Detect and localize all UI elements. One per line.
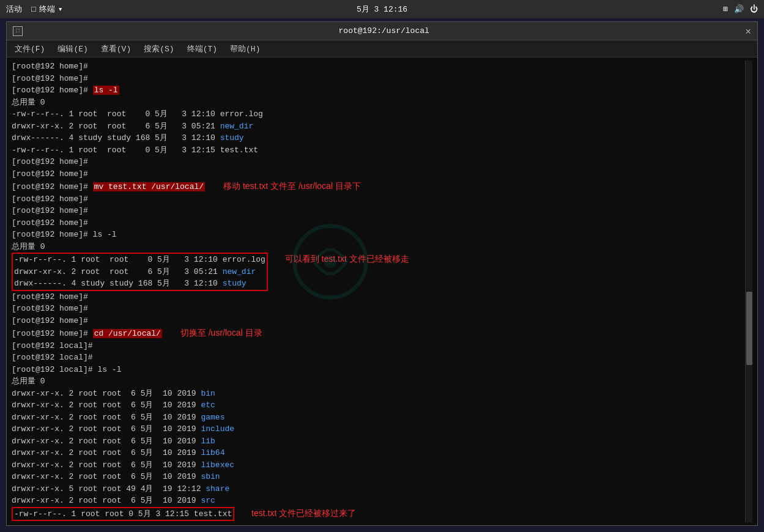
line-5: -rw-r--r--. 1 root root 0 5月 3 12:10 err… (12, 108, 745, 120)
terminal-content[interactable]: [root@192 home]# [root@192 home]# [root@… (7, 57, 757, 525)
line-include: drwxr-xr-x. 2 root root 6 5月 10 2019 inc… (12, 423, 745, 435)
terminal-taskbar-icon: □ (31, 5, 36, 14)
terminal-titlebar: □ root@192:/usr/local ✕ (7, 22, 757, 40)
annotation-mv: 移动 test.txt 文件至 /usr/local 目录下 (223, 181, 361, 191)
line-9: [root@192 home]# (12, 156, 745, 168)
line-3-ls: [root@192 home]# ls -l (12, 84, 745, 97)
menu-search[interactable]: 搜索(S) (139, 42, 179, 56)
terminal-taskbar-label: 终端 (39, 4, 55, 15)
menu-terminal[interactable]: 终端(T) (182, 42, 222, 56)
line-games: drwxr-xr-x. 2 root root 6 5月 10 2019 gam… (12, 412, 745, 424)
terminal-window: □ root@192:/usr/local ✕ 文件(F) 编辑(E) 查看(V… (6, 21, 758, 526)
testtxt-box: -rw-r--r--. 1 root root 0 5月 3 12:15 tes… (12, 507, 234, 522)
line-lib64: drwxr-xr-x. 2 root root 6 5月 10 2019 lib… (12, 447, 745, 459)
line-12: [root@192 home]# (12, 205, 745, 217)
line-lib: drwxr-xr-x. 2 root root 6 5月 10 2019 lib (12, 435, 745, 448)
network-icon[interactable]: ⊞ (723, 4, 728, 14)
terminal-taskbar-item[interactable]: □ 终端 ▾ (31, 4, 63, 15)
terminal-taskbar-dropdown[interactable]: ▾ (58, 4, 63, 14)
annotation-test-moved: test.txt 文件已经被移过来了 (251, 508, 356, 518)
line-ls3: [root@192 local]# ls -l (12, 364, 745, 376)
line-newdir2: drwxr-xr-x. 2 root root 6 5月 3 05:21 new… (14, 266, 265, 278)
line-1: [root@192 home]# (12, 61, 745, 73)
line-11: [root@192 home]# (12, 193, 745, 205)
line-14: [root@192 home]# (12, 291, 745, 303)
line-ls2: [root@192 home]# ls -l (12, 229, 745, 241)
system-bar: 活动 □ 终端 ▾ 5月 3 12:16 ⊞ 🔊 ⏻ (0, 0, 764, 18)
menu-file[interactable]: 文件(F) (10, 42, 50, 56)
line-total2: 总用量 0 (12, 241, 745, 253)
files-after-mv-section: -rw-r--r--. 1 root root 0 5月 3 12:10 err… (12, 253, 745, 291)
line-cd: [root@192 home]# cd /usr/local/切换至 /usr/… (12, 327, 745, 340)
volume-icon[interactable]: 🔊 (734, 4, 744, 14)
menu-view[interactable]: 查看(V) (96, 42, 136, 56)
line-bin: drwxr-xr-x. 2 root root 6 5月 10 2019 bin (12, 388, 745, 400)
menu-bar: 文件(F) 编辑(E) 查看(V) 搜索(S) 终端(T) 帮助(H) (7, 40, 757, 57)
line-7: drwx------. 4 study study 168 5月 3 12:10… (12, 132, 745, 144)
power-icon[interactable]: ⏻ (750, 5, 758, 14)
annotation-files-moved: 可以看到 test.txt 文件已经被移走 (285, 254, 409, 264)
line-libexec: drwxr-xr-x. 2 root root 6 5月 10 2019 lib… (12, 459, 745, 471)
terminal-close-button[interactable]: ✕ (745, 25, 751, 37)
line-etc: drwxr-xr-x. 2 root root 6 5月 10 2019 etc (12, 399, 745, 412)
files-after-mv-box: -rw-r--r--. 1 root root 0 5月 3 12:10 err… (12, 253, 268, 291)
line-mv: [root@192 home]# mv test.txt /usr/local/… (12, 180, 745, 193)
activities-button[interactable]: 活动 (6, 4, 22, 15)
line-2: [root@192 home]# (12, 73, 745, 85)
terminal-title: root@192:/usr/local (339, 26, 429, 35)
line-16: [root@192 home]# (12, 315, 745, 327)
line-13: [root@192 home]# (12, 217, 745, 229)
scrollbar[interactable] (745, 61, 752, 522)
line-final: [root@192 local]# (12, 521, 745, 522)
terminal-window-icon: □ (13, 26, 23, 36)
line-study2: drwx------. 4 study study 168 5月 3 12:10… (14, 278, 265, 290)
line-share: drwxr-xr-x. 5 root root 49 4月 19 12:12 s… (12, 483, 745, 495)
line-17: [root@192 local]# (12, 340, 745, 352)
line-10: [root@192 home]# (12, 168, 745, 180)
line-sbin: drwxr-xr-x. 2 root root 6 5月 10 2019 sbi… (12, 471, 745, 483)
system-datetime: 5月 3 12:16 (357, 4, 407, 15)
system-bar-right: ⊞ 🔊 ⏻ (723, 4, 758, 14)
line-15: [root@192 home]# (12, 303, 745, 315)
line-4: 总用量 0 (12, 97, 745, 109)
annotation-cd: 切换至 /usr/local 目录 (180, 328, 262, 338)
line-18: [root@192 local]# (12, 352, 745, 364)
scrollbar-thumb[interactable] (746, 292, 752, 365)
menu-edit[interactable]: 编辑(E) (53, 42, 92, 56)
line-src: drwxr-xr-x. 2 root root 6 5月 10 2019 src (12, 495, 745, 507)
system-bar-left: 活动 □ 终端 ▾ (6, 4, 63, 15)
terminal-output: [root@192 home]# [root@192 home]# [root@… (12, 61, 745, 522)
line-err2: -rw-r--r--. 1 root root 0 5月 3 12:10 err… (14, 254, 265, 266)
line-total3: 总用量 0 (12, 375, 745, 388)
line-6: drwxr-xr-x. 2 root root 6 5月 3 05:21 new… (12, 120, 745, 133)
testtxt-section: -rw-r--r--. 1 root root 0 5月 3 12:15 tes… (12, 507, 745, 522)
line-8: -rw-r--r--. 1 root root 0 5月 3 12:15 tes… (12, 144, 745, 157)
menu-help[interactable]: 帮助(H) (225, 42, 265, 56)
